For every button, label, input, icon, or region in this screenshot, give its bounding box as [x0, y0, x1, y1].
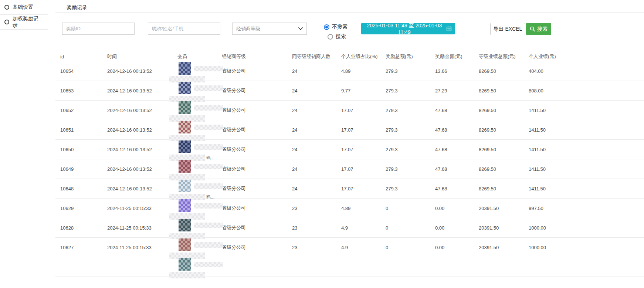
column-header: id: [60, 52, 107, 61]
cell-reward-total: 0: [386, 199, 435, 218]
export-excel-button[interactable]: 导出 EXCEL: [490, 23, 525, 35]
table-row: 106522024-12-16 00:13:52省级分公司2417.07279.…: [55, 101, 644, 120]
cell-personal: 1411.50: [529, 120, 644, 139]
cell-time: 2024-12-16 00:13:52: [107, 159, 177, 179]
member-avatar: [179, 238, 191, 251]
cell-time: 2024-12-16 00:13:52: [107, 120, 177, 139]
cell-peer-count: 24: [292, 140, 341, 159]
cell-id: 10629: [60, 199, 107, 218]
cell-personal: 1411.50: [529, 159, 644, 179]
cell-personal: 404.00: [529, 61, 644, 81]
member-avatar: [179, 82, 191, 94]
table-row: 106512024-12-16 00:13:52省级分公司2417.07279.…: [55, 120, 644, 140]
member-avatar: [179, 199, 191, 212]
cell-reward-total: [386, 257, 435, 277]
cell-personal: [529, 257, 644, 277]
cell-time: 2024-11-25 00:15:33: [107, 238, 177, 257]
column-header: 会员: [177, 52, 222, 61]
cell-ratio: 17.07: [341, 179, 386, 198]
cell-id: 10628: [60, 218, 107, 237]
reward-id-input[interactable]: [62, 23, 135, 35]
cell-peer-count: 23: [292, 199, 341, 218]
cell-dealer-level: 省级分公司: [222, 238, 292, 257]
cell-reward-total: 279.3: [386, 140, 435, 159]
cell-ratio: 4.89: [341, 199, 386, 218]
table-row: 106282024-11-25 00:15:33省级分公司234.900.002…: [55, 218, 644, 238]
cell-reward-amount: 47.68: [435, 140, 479, 159]
cell-personal: 1411.50: [529, 140, 644, 159]
cell-dealer-level: 省级分公司: [222, 218, 292, 237]
member-avatar: [179, 258, 191, 271]
date-range-text: 2025-01-03 11:49 至 2025-01-03 11:49: [365, 23, 444, 35]
dealer-level-select[interactable]: 经销商等级: [232, 23, 307, 35]
table-row: [55, 257, 644, 277]
cell-id: 10627: [60, 238, 107, 257]
search-mode-radio-group: 不搜索 搜索: [324, 24, 348, 40]
member-name-blur: [194, 242, 223, 248]
cell-peer-count: 24: [292, 61, 341, 81]
date-range-button[interactable]: 2025-01-03 11:49 至 2025-01-03 11:49: [361, 23, 455, 34]
cell-id: 10654: [60, 61, 107, 81]
cell-time: [107, 257, 177, 277]
cell-ratio: [341, 257, 386, 277]
cell-time: 2024-12-16 00:13:52: [107, 101, 177, 120]
member-avatar: [179, 121, 191, 133]
table-header-row: id时间会员经销商等级同等级经销商人数个人业绩占比(%)奖励总额(元)奖励金额(…: [55, 52, 644, 61]
sidebar: 基础设置 加权奖励记录: [0, 0, 48, 288]
sidebar-item-weighted-reward-records[interactable]: 加权奖励记录: [0, 15, 48, 30]
radio-no-search[interactable]: 不搜索: [324, 24, 348, 30]
cell-time: 2024-11-25 00:15:33: [107, 199, 177, 218]
search-icon: [530, 26, 535, 32]
member-cell: [177, 238, 222, 257]
radio-search-label: 搜索: [336, 33, 346, 40]
sidebar-item-basic-settings[interactable]: 基础设置: [0, 0, 48, 15]
cell-reward-amount: 0.00: [435, 218, 479, 237]
cell-ratio: 4.89: [341, 61, 386, 81]
member-name-blur: [194, 262, 223, 267]
radio-search[interactable]: 搜索: [328, 33, 348, 40]
cell-id: 10650: [60, 140, 107, 159]
search-button[interactable]: 搜索: [526, 23, 551, 35]
cell-reward-amount: 27.29: [435, 81, 479, 100]
table-row: 106482024-12-16 00:13:52码...省级分公司2417.07…: [55, 179, 644, 199]
dealer-level-select-value: 经销商等级: [236, 26, 260, 32]
cell-peer-count: 24: [292, 159, 341, 179]
cell-reward-amount: 47.68: [435, 159, 479, 179]
member-search-input[interactable]: [148, 23, 220, 35]
cell-personal: 997.50: [529, 199, 644, 218]
cell-reward-total: 0: [386, 238, 435, 257]
cell-id: 10648: [60, 179, 107, 198]
cell-level-total: 8269.50: [479, 101, 529, 120]
cell-personal: 1000.00: [529, 238, 644, 257]
cell-peer-count: 23: [292, 218, 341, 237]
table-row: 106532024-12-16 00:13:52省级分公司249.77279.3…: [55, 81, 644, 101]
cell-dealer-level: [222, 257, 292, 277]
cell-id: 10649: [60, 159, 107, 179]
cell-reward-amount: 13.66: [435, 61, 479, 81]
app-window: 基础设置 加权奖励记录 奖励记录 经销商等级 不搜索 搜索: [0, 0, 644, 288]
member-cell: [177, 61, 222, 81]
circle-icon: [4, 5, 9, 10]
member-name-blur: [194, 203, 223, 209]
column-header: 等级业绩总额(元): [479, 52, 529, 61]
cell-dealer-level: 省级分公司: [222, 101, 292, 120]
column-header: 个人业绩(元): [529, 52, 644, 61]
cell-level-total: 8269.50: [479, 140, 529, 159]
member-name-blur: [194, 125, 223, 130]
radio-no-search-label: 不搜索: [332, 24, 348, 30]
cell-level-total: 8269.50: [479, 81, 529, 100]
cell-reward-total: 279.3: [386, 81, 435, 100]
member-cell: [177, 120, 222, 139]
member-name-blur: [194, 183, 223, 189]
column-header: 奖励总额(元): [386, 52, 435, 61]
table-row: 106542024-12-16 00:13:52省级分公司244.89279.3…: [55, 61, 644, 81]
table-row: 106272024-11-25 00:15:33省级分公司234.900.002…: [55, 238, 644, 257]
chevron-down-icon: [298, 27, 303, 30]
cell-ratio: 17.07: [341, 140, 386, 159]
column-header: 经销商等级: [222, 52, 292, 61]
column-header: 奖励金额(元): [435, 52, 479, 61]
member-cell: [177, 101, 222, 120]
table-row: 106292024-11-25 00:15:33省级分公司234.8900.00…: [55, 199, 644, 218]
cell-ratio: 17.07: [341, 120, 386, 139]
cell-dealer-level: 省级分公司: [222, 199, 292, 218]
